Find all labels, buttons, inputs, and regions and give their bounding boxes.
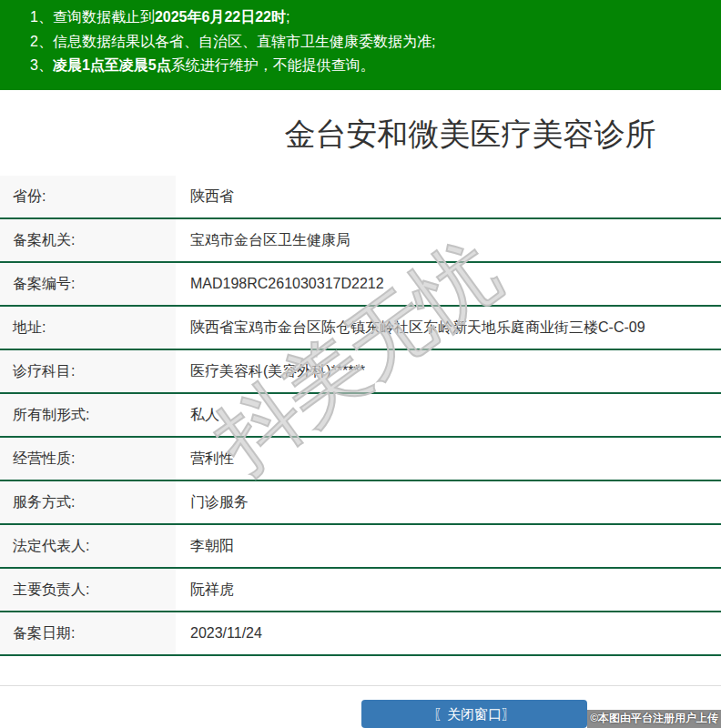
field-value: 陕西省	[176, 176, 721, 217]
table-row: 备案日期:2023/11/24	[0, 612, 721, 656]
table-row: 备案编号:MAD198RC261030317D2212	[0, 263, 721, 307]
field-value: 私人	[176, 394, 721, 436]
field-label: 备案机关:	[0, 219, 176, 261]
field-value: 李朝阳	[176, 525, 721, 567]
notice-text: 系统进行维护，不能提供查询。	[171, 57, 375, 73]
clinic-title: 金台安和微美医疗美容诊所	[0, 113, 721, 155]
notice-banner: 1、查询数据截止到2025年6月22日22时;2、信息数据结果以各省、自治区、直…	[0, 0, 721, 90]
field-label: 备案日期:	[0, 612, 176, 654]
info-table: 省份:陕西省备案机关:宝鸡市金台区卫生健康局备案编号:MAD198RC26103…	[0, 176, 721, 656]
field-label: 地址:	[0, 307, 176, 349]
field-label: 备案编号:	[0, 263, 176, 305]
upload-attribution-badge: ©本图由平台注册用户上传	[587, 710, 721, 728]
notice-text: 凌晨1点至凌晨5点	[53, 57, 171, 73]
field-value: 陕西省宝鸡市金台区陈仓镇东岭社区东岭新天地乐庭商业街三楼C-C-09	[176, 307, 721, 349]
field-label: 主要负责人:	[0, 569, 176, 611]
table-row: 法定代表人:李朝阳	[0, 525, 721, 569]
close-window-button[interactable]: 〖关闭窗口〗	[361, 700, 587, 728]
field-label: 省份:	[0, 176, 176, 217]
table-row: 省份:陕西省	[0, 176, 721, 219]
field-label: 经营性质:	[0, 438, 176, 480]
table-row: 备案机关:宝鸡市金台区卫生健康局	[0, 219, 721, 263]
field-label: 所有制形式:	[0, 394, 176, 436]
table-row: 经营性质:营利性	[0, 438, 721, 481]
table-row: 诊疗科目:医疗美容科(美容外科)******	[0, 350, 721, 394]
notice-text: ;	[286, 9, 289, 25]
table-row: 地址:陕西省宝鸡市金台区陈仓镇东岭社区东岭新天地乐庭商业街三楼C-C-09	[0, 307, 721, 350]
field-value: 宝鸡市金台区卫生健康局	[176, 219, 721, 261]
notice-marker: 1、	[30, 9, 53, 25]
field-value: 门诊服务	[176, 481, 721, 523]
notice-line: 2、信息数据结果以各省、自治区、直辖市卫生健康委数据为准;	[30, 30, 712, 55]
field-label: 诊疗科目:	[0, 350, 176, 392]
table-row: 所有制形式:私人	[0, 394, 721, 438]
field-value: 医疗美容科(美容外科)******	[176, 350, 721, 392]
field-value: MAD198RC261030317D2212	[176, 263, 721, 305]
notice-text: 查询数据截止到	[53, 9, 155, 25]
notice-marker: 3、	[30, 57, 53, 73]
field-label: 法定代表人:	[0, 525, 176, 567]
field-value: 营利性	[176, 438, 721, 480]
table-row: 服务方式:门诊服务	[0, 481, 721, 525]
notice-line: 3、凌晨1点至凌晨5点系统进行维护，不能提供查询。	[30, 54, 712, 78]
bottom-divider	[0, 685, 721, 686]
notice-text: 信息数据结果以各省、自治区、直辖市卫生健康委数据为准;	[53, 34, 435, 49]
field-label: 服务方式:	[0, 481, 176, 523]
notice-marker: 2、	[30, 34, 53, 49]
field-value: 阮祥虎	[176, 569, 721, 611]
notice-text: 2025年6月22日22时	[155, 9, 286, 25]
notice-line: 1、查询数据截止到2025年6月22日22时;	[30, 5, 712, 30]
field-value: 2023/11/24	[176, 612, 721, 654]
table-row: 主要负责人:阮祥虎	[0, 569, 721, 612]
